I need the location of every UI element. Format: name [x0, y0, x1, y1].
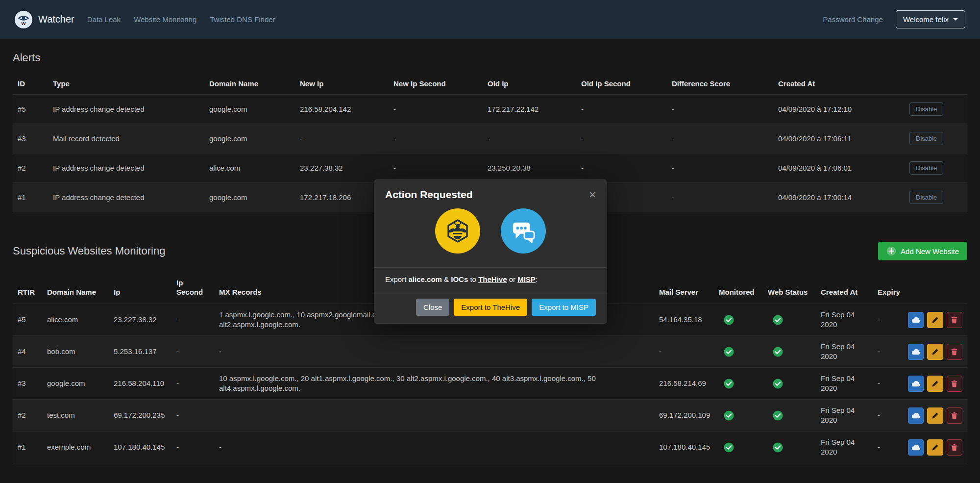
app-brand[interactable]: W Watcher — [15, 11, 74, 28]
website-rtir: #3 — [13, 368, 42, 400]
website-web-status — [763, 400, 816, 432]
alert-new-ip: 23.227.38.32 — [295, 153, 389, 183]
svg-text:W: W — [22, 21, 26, 26]
website-row: #1 exemple.com 107.180.40.145 - - 107.18… — [13, 432, 967, 463]
edit-button[interactable] — [927, 312, 943, 328]
website-ip-second: - — [172, 304, 214, 336]
col-type: Type — [48, 73, 204, 95]
monitoring-title: Suspicious Websites Monitoring — [13, 245, 165, 257]
export-button[interactable] — [908, 344, 924, 360]
pencil-icon — [931, 412, 939, 419]
edit-button[interactable] — [927, 439, 943, 456]
delete-button[interactable] — [947, 376, 962, 392]
export-or: or — [509, 275, 515, 283]
col-ip-second: Ip Second — [172, 268, 214, 304]
password-change-link[interactable]: Password Change — [823, 15, 883, 24]
col-actions — [905, 73, 967, 95]
export-to-misp-button[interactable]: Export to MISP — [532, 299, 596, 316]
alert-actions: Disable — [905, 153, 967, 183]
disable-button[interactable]: Disable — [909, 191, 943, 204]
website-ip: 216.58.204.110 — [109, 368, 172, 400]
col-new-ip: New Ip — [295, 73, 389, 95]
trash-icon — [951, 380, 957, 387]
col-difference-score: Difference Score — [667, 73, 773, 95]
col-monitored: Monitored — [714, 268, 763, 304]
disable-button[interactable]: Disable — [909, 132, 943, 145]
export-colon: : — [536, 275, 538, 283]
website-actions — [903, 336, 967, 368]
top-navbar: W Watcher Data Leak Website Monitoring T… — [0, 0, 980, 39]
thehive-link[interactable]: TheHive — [478, 275, 507, 283]
website-rtir: #5 — [13, 304, 42, 336]
alert-new-ip: - — [295, 124, 389, 153]
modal-close-button[interactable]: Close — [416, 299, 449, 316]
export-to-thehive-button[interactable]: Export to TheHive — [454, 299, 527, 316]
nav-website-monitoring[interactable]: Website Monitoring — [134, 15, 196, 24]
disable-button[interactable]: Disable — [909, 161, 943, 175]
website-row: #4 bob.com 5.253.16.137 - - - — [13, 336, 967, 368]
website-created-at: Fri Sep 04 2020 — [816, 368, 873, 400]
export-button[interactable] — [908, 407, 924, 424]
website-actions — [903, 368, 967, 400]
website-web-status — [763, 336, 816, 368]
website-mail-server: 54.164.35.18 — [654, 304, 714, 336]
col-id: ID — [13, 73, 48, 95]
web-status-check-icon — [773, 410, 783, 421]
delete-button[interactable] — [947, 344, 962, 360]
export-text: Export — [385, 275, 406, 283]
website-row: #3 google.com 216.58.204.110 - 10 aspmx.… — [13, 368, 967, 400]
export-button[interactable] — [908, 439, 924, 456]
misp-link[interactable]: MISP — [517, 275, 536, 283]
col-domain-name: Domain Name — [42, 268, 109, 304]
delete-button[interactable] — [947, 312, 962, 328]
website-mail-server: - — [654, 336, 714, 368]
alert-actions: Disable — [905, 95, 967, 124]
alert-domain: google.com — [204, 183, 295, 212]
nav-data-leak[interactable]: Data Leak — [87, 15, 121, 24]
export-iocs: IOCs — [451, 275, 468, 283]
add-new-website-button[interactable]: Add New Website — [878, 242, 967, 260]
delete-button[interactable] — [947, 439, 962, 456]
website-domain: test.com — [42, 400, 109, 432]
nav-twisted-dns-finder[interactable]: Twisted DNS Finder — [210, 15, 275, 24]
edit-button[interactable] — [927, 407, 943, 424]
thehive-bee-icon — [435, 208, 480, 254]
user-menu-button[interactable]: Welcome felix — [896, 10, 965, 28]
alert-type: Mail record detected — [48, 124, 204, 153]
cloud-icon — [911, 380, 921, 387]
website-ip: 5.253.16.137 — [109, 336, 172, 368]
export-button[interactable] — [908, 376, 924, 392]
edit-button[interactable] — [927, 344, 943, 360]
alert-type: IP address change detected — [48, 95, 204, 124]
main-nav: Data Leak Website Monitoring Twisted DNS… — [87, 15, 275, 24]
disable-button[interactable]: Disable — [909, 102, 943, 116]
alert-old-ip-second: - — [576, 153, 667, 183]
trash-icon — [951, 316, 957, 324]
col-web-status: Web Status — [763, 268, 816, 304]
cloud-icon — [911, 316, 921, 323]
delete-button[interactable] — [947, 407, 962, 424]
alert-old-ip: - — [483, 124, 576, 153]
website-mx-records — [214, 400, 654, 432]
website-rtir: #1 — [13, 432, 42, 463]
web-status-check-icon — [773, 379, 783, 389]
website-created-at: Fri Sep 04 2020 — [816, 336, 873, 368]
trash-icon — [951, 348, 957, 356]
export-button[interactable] — [908, 312, 924, 328]
export-to: to — [470, 275, 476, 283]
website-monitored — [714, 432, 763, 463]
alert-row: #2 IP address change detected alice.com … — [13, 153, 967, 183]
alert-domain: google.com — [204, 95, 295, 124]
website-monitored — [714, 304, 763, 336]
col-domain-name: Domain Name — [204, 73, 295, 95]
edit-button[interactable] — [927, 376, 943, 392]
modal-title: Action Requested — [385, 189, 473, 201]
export-amp: & — [444, 275, 449, 283]
alert-difference-score: - — [667, 95, 773, 124]
pencil-icon — [931, 380, 939, 387]
close-icon[interactable]: × — [589, 189, 596, 201]
modal-footer: Close Export to TheHive Export to MISP — [374, 291, 607, 323]
alert-old-ip: 172.217.22.142 — [483, 95, 576, 124]
alert-old-ip-second: - — [576, 124, 667, 153]
plus-circle-icon — [886, 246, 896, 256]
